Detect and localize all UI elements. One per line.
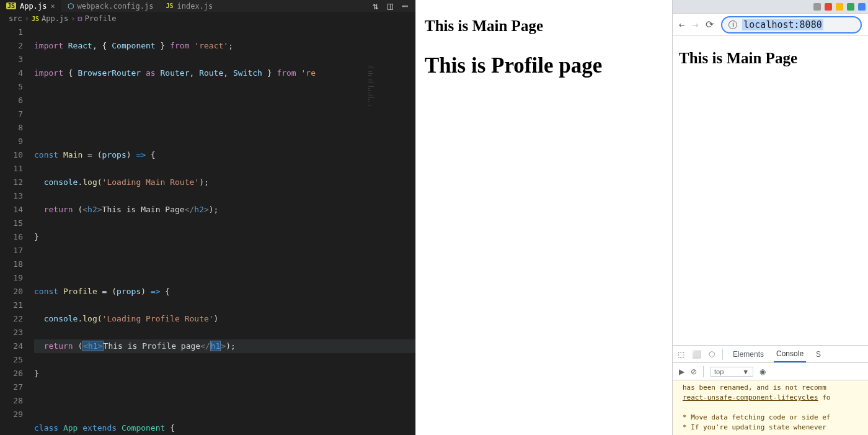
close-icon[interactable]: × <box>50 2 55 11</box>
forward-icon[interactable]: → <box>693 19 699 30</box>
info-icon[interactable]: i <box>728 20 737 29</box>
extension-icon[interactable] <box>836 3 843 11</box>
reload-icon[interactable]: ⟳ <box>706 19 714 30</box>
tab-webpack-config[interactable]: ⬡ webpack.config.js <box>61 0 160 12</box>
context-dropdown[interactable]: top▼ <box>710 367 753 377</box>
method-icon: ⊟ <box>78 14 82 23</box>
js-icon: JS <box>6 2 16 9</box>
breadcrumb-symbol: Profile <box>85 14 117 23</box>
tab-bar: JS App.js × ⬡ webpack.config.js JS index… <box>0 0 415 12</box>
extension-icon[interactable] <box>847 3 854 11</box>
more-icon[interactable]: ⋯ <box>402 0 408 12</box>
console-link[interactable]: react-unsafe-component-lifecycles <box>683 393 818 401</box>
page-heading: This is Main Page <box>679 50 862 67</box>
extension-icon[interactable] <box>825 3 832 11</box>
device-icon[interactable]: ⬜ <box>692 350 701 359</box>
inspect-icon[interactable]: ⬚ <box>678 350 684 359</box>
webpack-icon: ⬡ <box>68 2 74 11</box>
tab-app-js[interactable]: JS App.js × <box>0 0 61 12</box>
line-gutter: 1234567891011121314151617181920212223242… <box>0 25 34 435</box>
js-icon: JS <box>32 16 39 22</box>
tab-actions: ⇅ ◫ ⋯ <box>373 0 415 12</box>
tab-index-js[interactable]: JS index.js <box>159 0 219 12</box>
minimap[interactable]: ▬▬▬▬▬▬▬▬▬▬▬▬▬▬▬▬▬▬▬▬▬▬▬▬▬▬▬▬▬▬▬▬▬▬▬▬▬▬▬▬… <box>366 63 415 187</box>
preview-main-heading: This is Main Page <box>425 17 663 35</box>
browser-tab-strip <box>673 0 868 14</box>
browser-content: This is Main Page <box>673 36 868 345</box>
eye-icon[interactable]: ◉ <box>760 367 766 376</box>
code-area[interactable]: import React, { Component } from 'react'… <box>34 25 415 435</box>
play-icon[interactable]: ▶ <box>679 367 684 376</box>
chevron-right-icon: › <box>71 14 75 23</box>
breadcrumb[interactable]: src › JS App.js › ⊟ Profile <box>0 12 415 25</box>
cube-icon[interactable]: ⬡ <box>709 350 715 359</box>
tab-console[interactable]: Console <box>774 346 806 362</box>
compare-icon[interactable]: ⇅ <box>373 0 379 12</box>
devtools-tabs: ⬚ ⬜ ⬡ Elements Console S <box>673 346 868 363</box>
devtools-filter-bar: ▶ ⊘ top▼ ◉ <box>673 363 868 380</box>
chevron-right-icon: › <box>25 14 29 23</box>
tab-label: index.js <box>177 2 213 11</box>
browser-toolbar: ← → ⟳ i localhost:8080 <box>673 14 868 36</box>
editor-body: 1234567891011121314151617181920212223242… <box>0 25 415 435</box>
tab-label: App.js <box>20 2 46 11</box>
back-icon[interactable]: ← <box>679 19 685 30</box>
split-editor-icon[interactable]: ◫ <box>388 0 394 12</box>
preview-panel-1: This is Main Page This is Profile page <box>415 0 672 435</box>
js-icon: JS <box>166 2 173 9</box>
url-bar[interactable]: i localhost:8080 <box>721 16 862 34</box>
tab-label: webpack.config.js <box>78 2 154 11</box>
tab-sources[interactable]: S <box>813 346 823 362</box>
extension-icon[interactable] <box>813 3 821 11</box>
clear-icon[interactable]: ⊘ <box>691 367 697 376</box>
console-warning: has been renamed, and is not recomm reac… <box>673 380 868 435</box>
browser-panel: ← → ⟳ i localhost:8080 This is Main Page… <box>672 0 868 435</box>
breadcrumb-file: App.js <box>42 14 68 23</box>
vscode-editor: JS App.js × ⬡ webpack.config.js JS index… <box>0 0 415 435</box>
preview-profile-heading: This is Profile page <box>425 53 663 78</box>
tab-elements[interactable]: Elements <box>730 346 766 362</box>
breadcrumb-folder: src <box>9 14 22 23</box>
devtools: ⬚ ⬜ ⬡ Elements Console S ▶ ⊘ top▼ ◉ has … <box>673 345 868 435</box>
url-text: localhost:8080 <box>742 19 823 30</box>
extension-icon[interactable] <box>858 3 866 11</box>
